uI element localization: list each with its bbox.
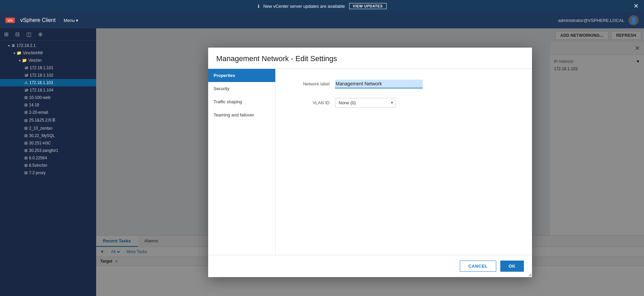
tree-item-label: 7.2 proxy — [29, 170, 46, 175]
tree-item-label: 2-20-email — [29, 110, 48, 115]
user-name: administrator@VSPHERE.LOCAL — [558, 18, 624, 23]
vlan-id-select-wrapper: None (0) 1 2 4095 (All) ▾ — [335, 98, 396, 108]
tree-item-10-100-web[interactable]: ⊞ 10-100-web — [0, 94, 96, 101]
tree-item-label: 30.251-H3C — [29, 141, 51, 145]
content-area: ADD NETWORKING... REFRESH ✕ IP Address ▼… — [96, 28, 644, 296]
chevron-down-icon: ▾ — [76, 18, 78, 23]
tree-item-label: 2_10_zentao — [29, 126, 52, 131]
tree-item-label: 172.18.1.103 — [29, 80, 53, 85]
sidebar: ⊞ ⊟ ◫ ⊕ ▾ 🖥 172.18.2.1 ▾ 📁 VinchinHW ▾ 📁… — [0, 28, 96, 296]
resize-handle[interactable]: ◢ — [527, 272, 532, 277]
notification-bar: ℹ New vCenter server updates are availab… — [0, 0, 644, 12]
vm-group-icon: ⊞ — [24, 170, 28, 175]
tree-item-label: 30.22_MySQL — [29, 133, 55, 138]
tree-item-label: 30.253.sangfor1 — [29, 148, 58, 153]
vm-group-icon: ⊞ — [24, 118, 28, 123]
tree-item-vm-103[interactable]: ⚠ 172.18.1.103 — [0, 79, 96, 86]
tree-item-vm-101[interactable]: 🖳 172.18.1.101 — [0, 64, 96, 72]
network-icon[interactable]: ⊕ — [38, 31, 43, 37]
app-title: vSphere Client — [20, 17, 56, 23]
tree-item-2-20-email[interactable]: ⊞ 2-20-email — [0, 109, 96, 116]
server-icon[interactable]: ⊟ — [15, 31, 20, 37]
sidebar-tree: ▾ 🖥 172.18.2.1 ▾ 📁 VinchinHW ▾ 📁 Vinchin… — [0, 41, 96, 178]
network-label-input[interactable] — [335, 80, 423, 88]
tree-item-6-5vinchin[interactable]: ⊞ 6.5vinchin — [0, 162, 96, 169]
tree-item-label: 6.0.22564 — [29, 156, 47, 160]
tree-item-7-2-proxy[interactable]: ⊞ 7.2 proxy — [0, 169, 96, 177]
vm-icon: 🖳 — [24, 73, 28, 78]
tree-item-label: VinchinHW — [23, 51, 43, 55]
chevron-icon: ▾ — [8, 44, 10, 48]
header-right: administrator@VSPHERE.LOCAL 👤 — [558, 15, 639, 25]
tree-item-14-18[interactable]: ⊞ 14.18 — [0, 101, 96, 109]
modal-nav-properties[interactable]: Properties — [208, 69, 275, 82]
tree-item-vinchinHW[interactable]: ▾ 📁 VinchinHW — [0, 49, 96, 57]
modal-nav-traffic-shaping[interactable]: Traffic shaping — [208, 95, 275, 108]
tree-item-datacenter[interactable]: ▾ 🖥 172.18.2.1 — [0, 42, 96, 49]
tree-item-label: 25.1&25.2共享 — [29, 117, 56, 123]
vlan-id-select[interactable]: None (0) 1 2 4095 (All) — [335, 98, 396, 108]
nav-item-label: Security — [214, 86, 229, 91]
ok-button[interactable]: OK — [500, 261, 524, 272]
modal-title: Management Network - Edit Settings — [216, 54, 524, 63]
layout-icon[interactable]: ⊞ — [4, 31, 8, 37]
vm-group-icon: ⊞ — [24, 95, 28, 100]
tree-item-30-22-mysql[interactable]: ⊞ 30.22_MySQL — [0, 132, 96, 139]
vm-icon: 🖳 — [24, 65, 28, 70]
vm-group-icon: ⊞ — [24, 133, 28, 138]
tree-item-vm-104[interactable]: 🖳 172.18.1.104 — [0, 86, 96, 94]
tree-item-label: 172.18.1.102 — [30, 73, 53, 78]
modal-content-area: Network label VLAN ID None (0) 1 2 — [276, 69, 532, 255]
vm-group-icon: ⊞ — [24, 163, 28, 168]
app-logo: vm — [5, 18, 15, 23]
vlan-id-row: VLAN ID None (0) 1 2 4095 (All) ▾ — [289, 98, 519, 108]
database-icon[interactable]: ◫ — [26, 31, 31, 37]
network-label-row: Network label — [289, 80, 519, 88]
nav-item-label: Teaming and failover — [214, 112, 254, 117]
vm-group-icon: ⊞ — [24, 126, 28, 131]
notification-message: New vCenter server updates are available — [263, 4, 345, 9]
vm-group-icon: ⊞ — [24, 103, 28, 107]
menu-label: Menu — [64, 18, 75, 23]
tree-item-label: 14.18 — [29, 103, 39, 107]
chevron-icon: ▾ — [13, 51, 15, 55]
sidebar-icon-bar: ⊞ ⊟ ◫ ⊕ — [0, 28, 96, 41]
tree-item-30-253-sangfor[interactable]: ⊞ 30.253.sangfor1 — [0, 147, 96, 154]
tree-item-label: 6.5vinchin — [29, 163, 47, 168]
tree-item-label: 172.18.1.104 — [30, 88, 53, 92]
tree-item-label: Vinchin — [28, 58, 41, 63]
tree-item-30-251-h3c[interactable]: ⊞ 30.251-H3C — [0, 139, 96, 147]
nav-item-label: Traffic shaping — [214, 99, 242, 104]
info-icon: ℹ — [258, 4, 259, 9]
tree-item-6-0-22564[interactable]: ⊞ 6.0.22564 — [0, 154, 96, 162]
vm-alert-icon: ⚠ — [24, 80, 28, 85]
network-label-label: Network label — [289, 81, 330, 86]
main-area: ⊞ ⊟ ◫ ⊕ ▾ 🖥 172.18.2.1 ▾ 📁 VinchinHW ▾ 📁… — [0, 28, 644, 296]
vlan-id-label: VLAN ID — [289, 100, 330, 105]
header-bar: vm vSphere Client Menu ▾ administrator@V… — [0, 12, 644, 28]
user-avatar[interactable]: 👤 — [628, 15, 639, 25]
tree-item-vm-102[interactable]: 🖳 172.18.1.102 — [0, 72, 96, 79]
tree-item-25-shared[interactable]: ⊞ 25.1&25.2共享 — [0, 116, 96, 125]
menu-button[interactable]: Menu ▾ — [64, 18, 79, 23]
modal-dialog: Management Network - Edit Settings Prope… — [208, 48, 532, 277]
vm-group-icon: ⊞ — [24, 148, 28, 153]
tree-item-label: 172.18.1.101 — [30, 65, 53, 70]
vm-group-icon: ⊞ — [24, 110, 28, 115]
notification-close-button[interactable]: ✕ — [634, 3, 639, 9]
modal-overlay: Management Network - Edit Settings Prope… — [96, 28, 644, 296]
modal-nav: Properties Security Traffic shaping Team… — [208, 69, 276, 255]
tree-item-vinchin[interactable]: ▾ 📁 Vinchin — [0, 57, 96, 64]
cancel-button[interactable]: CANCEL — [460, 261, 496, 272]
tree-item-label: 172.18.2.1 — [17, 43, 36, 48]
modal-nav-teaming-failover[interactable]: Teaming and failover — [208, 108, 275, 122]
nav-item-label: Properties — [214, 73, 235, 78]
tree-item-2-10-zentao[interactable]: ⊞ 2_10_zentao — [0, 125, 96, 132]
folder-icon: 📁 — [17, 51, 22, 55]
modal-footer: CANCEL OK — [208, 255, 532, 277]
modal-nav-security[interactable]: Security — [208, 82, 275, 95]
vm-icon: 🖳 — [24, 88, 28, 92]
view-updates-button[interactable]: VIEW UPDATES — [349, 3, 387, 9]
modal-header: Management Network - Edit Settings — [208, 48, 532, 69]
vm-group-icon: ⊞ — [24, 156, 28, 160]
